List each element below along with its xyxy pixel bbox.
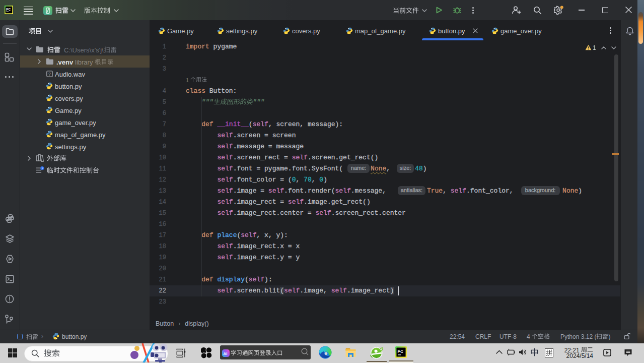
- svg-text:PC: PC: [398, 349, 403, 354]
- svg-text:?: ?: [48, 72, 51, 77]
- svg-text:AI: AI: [223, 351, 227, 356]
- svg-text:PC: PC: [6, 8, 11, 11]
